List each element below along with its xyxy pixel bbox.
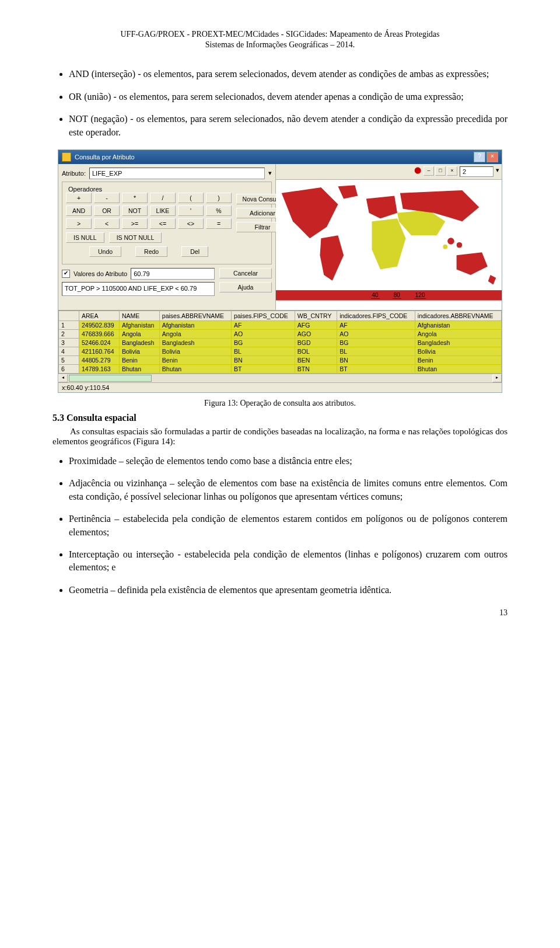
cell: 421160.764 xyxy=(79,347,120,356)
op-div[interactable]: / xyxy=(150,193,176,203)
cell: Angola xyxy=(119,329,159,338)
op-neq[interactable]: <> xyxy=(178,218,204,229)
svg-point-3 xyxy=(443,245,447,249)
cell: Bhutan xyxy=(415,364,501,373)
scale-40: 40 xyxy=(371,292,380,299)
table-horizontal-scrollbar[interactable]: ◂ ▸ xyxy=(58,374,502,382)
table-row[interactable]: 2476839.666AngolaAngolaAOAGOAOAngola xyxy=(59,329,502,338)
op-eq[interactable]: = xyxy=(206,218,232,229)
dialog-titlebar[interactable]: Consulta por Atributo ? × xyxy=(58,150,502,164)
app-icon xyxy=(62,152,71,162)
bottom-bullet-list: Proximidade – seleção de elementos tendo… xyxy=(52,455,508,597)
col-ind-abbrev[interactable]: indicadores.ABBREVNAME xyxy=(415,311,501,320)
undo-button[interactable]: Undo xyxy=(89,246,121,257)
cell: 14789.163 xyxy=(79,364,120,373)
values-checkbox[interactable]: ✔ xyxy=(62,270,70,278)
cell: Bangladesh xyxy=(159,338,231,347)
cell: BN xyxy=(231,356,295,364)
bullet-proximidade: Proximidade – seleção de elementos tendo… xyxy=(69,455,508,468)
scale-80: 80 xyxy=(393,292,401,299)
scroll-right-icon[interactable]: ▸ xyxy=(492,374,502,382)
query-expression-box[interactable]: TOT_POP > 1105000 AND LIFE_EXP < 60.79 xyxy=(62,282,215,296)
cell: BEN xyxy=(295,356,337,364)
attribute-value-input[interactable]: 60.79 xyxy=(131,268,215,280)
svg-point-1 xyxy=(447,238,454,245)
cell: 1 xyxy=(59,320,79,329)
table-row[interactable]: 352466.024BangladeshBangladeshBGBGDBGBan… xyxy=(59,338,502,347)
cell: 476839.666 xyxy=(79,329,120,338)
op-lt[interactable]: < xyxy=(94,218,120,229)
table-row[interactable]: 4421160.764BoliviaBoliviaBLBOLBLBolivia xyxy=(59,347,502,356)
op-rparen[interactable]: ) xyxy=(206,193,232,203)
cell: BT xyxy=(231,364,295,373)
cell: AO xyxy=(231,329,295,338)
maximize-icon[interactable]: □ xyxy=(435,166,446,176)
op-not[interactable]: NOT xyxy=(122,205,148,216)
cell: AFG xyxy=(295,320,337,329)
col-wbcntry[interactable]: WB_CNTRY xyxy=(295,311,337,320)
cell: BT xyxy=(337,364,415,373)
op-isnotnull[interactable]: IS NOT NULL xyxy=(109,232,162,243)
cell: Bangladesh xyxy=(119,338,159,347)
op-or[interactable]: OR xyxy=(94,205,120,216)
del-button[interactable]: Del xyxy=(181,246,208,257)
chevron-down-icon[interactable]: ▾ xyxy=(268,169,272,177)
zoom-select[interactable]: 2 xyxy=(460,166,494,177)
op-plus[interactable]: + xyxy=(66,193,92,203)
op-gt[interactable]: > xyxy=(66,218,92,229)
top-bullet-list: AND (interseção) - os elementos, para se… xyxy=(52,68,508,139)
scroll-left-icon[interactable]: ◂ xyxy=(58,374,68,382)
close-button[interactable]: × xyxy=(487,152,498,162)
attribute-select[interactable]: LIFE_EXP xyxy=(89,168,265,179)
header-line2: Sistemas de Informações Geográficas – 20… xyxy=(52,40,508,50)
bullet-and: AND (interseção) - os elementos, para se… xyxy=(69,68,508,81)
attribute-panel: Atributo: LIFE_EXP ▾ Operadores + - * / xyxy=(58,164,276,310)
cell: 44805.279 xyxy=(79,356,120,364)
chevron-down-icon[interactable]: ▾ xyxy=(496,166,499,177)
cell: Benin xyxy=(119,356,159,364)
op-isnull[interactable]: IS NULL xyxy=(66,232,104,243)
header-line1: UFF-GAG/PROEX - PROEXT-MEC/MCidades - SI… xyxy=(52,29,508,40)
table-row[interactable]: 544805.279BeninBeninBNBENBNBenin xyxy=(59,356,502,364)
op-like[interactable]: LIKE xyxy=(150,205,176,216)
scroll-thumb[interactable] xyxy=(69,375,152,382)
op-gte[interactable]: >= xyxy=(122,218,148,229)
op-lparen[interactable]: ( xyxy=(178,193,204,203)
bullet-interceptacao: Interceptação ou interseção - estabeleci… xyxy=(69,548,508,574)
op-and[interactable]: AND xyxy=(66,205,92,216)
op-percent[interactable]: % xyxy=(206,205,232,216)
col-ind-fips[interactable]: indicadores.FIPS_CODE xyxy=(337,311,415,320)
operators-legend: Operadores xyxy=(66,186,104,193)
cell: 4 xyxy=(59,347,79,356)
col-fips[interactable]: paises.FIPS_CODE xyxy=(231,311,295,320)
cell: BG xyxy=(337,338,415,347)
close-icon[interactable]: × xyxy=(447,166,457,176)
map-canvas[interactable]: 40 80 120 xyxy=(276,180,502,302)
op-lte[interactable]: <= xyxy=(150,218,176,229)
minimize-icon[interactable]: – xyxy=(424,166,434,176)
help-text-button[interactable]: Ajuda xyxy=(219,282,272,292)
cell: 249502.839 xyxy=(79,320,120,329)
redo-button[interactable]: Redo xyxy=(135,246,167,257)
cell: BL xyxy=(337,347,415,356)
bullet-pertinencia: Pertinência – estabelecida pela condição… xyxy=(69,513,508,539)
cell: Bhutan xyxy=(159,364,231,373)
table-row[interactable]: 614789.163BhutanBhutanBTBTNBTBhutan xyxy=(59,364,502,373)
balloon-icon[interactable]: ⬤ xyxy=(414,166,421,177)
op-minus[interactable]: - xyxy=(94,193,120,203)
cell: BN xyxy=(337,356,415,364)
cell: Benin xyxy=(415,356,501,364)
col-name[interactable]: NAME xyxy=(119,311,159,320)
col-area[interactable]: AREA xyxy=(79,311,120,320)
op-quote[interactable]: ' xyxy=(178,205,204,216)
page-header: UFF-GAG/PROEX - PROEXT-MEC/MCidades - SI… xyxy=(52,29,508,50)
op-mult[interactable]: * xyxy=(122,193,148,203)
cell: BG xyxy=(231,338,295,347)
table-row[interactable]: 1249502.839AfghanistanAfghanistanAFAFGAF… xyxy=(59,320,502,329)
cell: Afghanistan xyxy=(159,320,231,329)
cancel-button[interactable]: Cancelar xyxy=(219,268,272,278)
cell: Bolivia xyxy=(119,347,159,356)
col-abbrev[interactable]: paises.ABBREVNAME xyxy=(159,311,231,320)
col-rownum[interactable] xyxy=(59,311,79,320)
help-button[interactable]: ? xyxy=(474,152,485,162)
